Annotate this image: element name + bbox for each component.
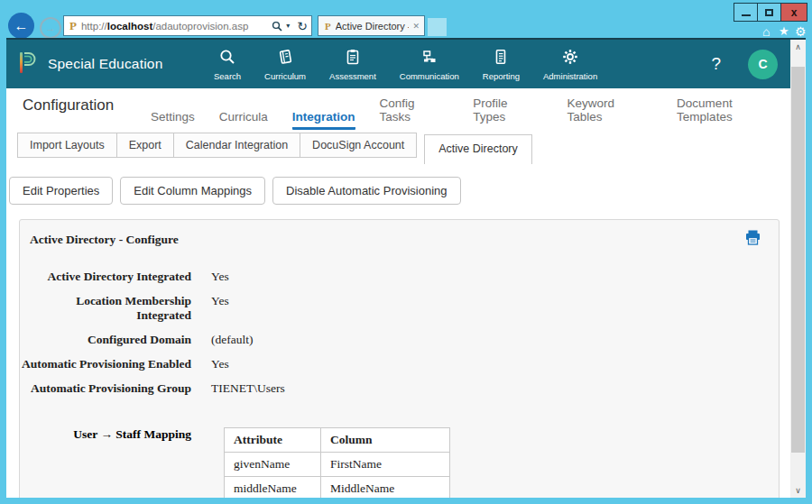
mapping-label: User → Staff Mapping [20,427,191,442]
user-avatar[interactable]: C [748,50,778,79]
home-icon[interactable]: ⌂ [762,24,770,39]
forward-button[interactable]: → [40,17,61,39]
tab-title: Active Directory - Configure [336,21,410,32]
field-value: TIENET\Users [211,381,285,396]
browser-tab[interactable]: P Active Directory - Configure ✕ [318,15,425,36]
user-staff-mapping-section: User → Staff Mapping Attribute Column gi… [20,427,779,498]
nav-item-reporting[interactable]: Reporting [483,48,520,81]
clipboard-icon [344,48,362,69]
app-title: Special Education [48,56,162,72]
field-value: Yes [211,270,229,284]
page-viewport: ∧ ∨ Special Education [6,38,806,498]
page-title: Configuration [23,96,114,115]
tab-settings[interactable]: Settings [151,110,195,130]
brand: Special Education [17,50,214,78]
search-icon [218,48,236,69]
help-button[interactable]: ? [711,54,721,74]
disable-automatic-provisioning-button[interactable]: Disable Automatic Provisioning [272,177,460,205]
tab-integration[interactable]: Integration [292,110,355,130]
field-row: Automatic Provisioning Group TIENET\User… [20,381,779,396]
subtab-docusign-account[interactable]: DocuSign Account [300,133,417,158]
field-value: Yes [211,357,229,371]
nav-label: Curriculum [264,71,306,81]
field-label: Automatic Provisioning Enabled [20,357,191,371]
app-header: Special Education Search Curriculum [6,40,790,88]
table-row: middleName MiddleName [225,477,450,499]
tab-favicon-icon: P [325,21,331,32]
browser-window: ← → P http://localhost/adautoprovision.a… [0,0,812,504]
address-dropdown-icon[interactable]: ▾ [286,22,290,30]
subtab-export[interactable]: Export [116,133,174,158]
minimize-button[interactable] [734,3,758,22]
field-value: Yes [211,294,229,323]
field-label: Automatic Provisioning Group [20,381,191,396]
favorites-star-icon[interactable]: ★ [779,24,789,38]
mapping-table: Attribute Column givenName FirstName mid… [224,427,450,498]
table-row: givenName FirstName [225,453,450,477]
search-icon[interactable] [272,21,282,32]
scrollbar-thumb[interactable] [791,67,805,453]
print-icon[interactable] [745,229,761,250]
nav-label: Assessment [329,71,376,81]
config-tabs: Settings Curricula Integration Config Ta… [151,96,790,130]
close-button[interactable]: x [780,3,807,22]
active-directory-panel: Active Directory - Configure Active Dire… [19,219,780,498]
tab-config-tasks[interactable]: Config Tasks [380,96,449,130]
tab-profile-types[interactable]: Profile Types [473,96,542,130]
url-text[interactable]: http://localhost/adautoprovision.asp [81,21,272,32]
cell-attribute: givenName [225,453,321,477]
action-buttons: Edit Properties Edit Column Mappings Dis… [9,177,793,205]
url-prefix: http:// [81,21,107,32]
subtab-calendar-integration[interactable]: Calendar Integration [173,133,300,158]
subtab-active-directory[interactable]: Active Directory [424,134,532,164]
panel-title: Active Directory - Configure [20,220,779,247]
nav-item-assessment[interactable]: Assessment [329,48,376,81]
org-chart-icon [420,48,438,69]
tab-curricula[interactable]: Curricula [219,110,268,130]
field-row: Location Membership Integrated Yes [20,294,779,323]
nav-item-curriculum[interactable]: Curriculum [264,48,306,81]
back-button[interactable]: ← [8,13,34,39]
nav-label: Communication [400,71,459,81]
gear-icon [561,48,579,69]
table-header-row: Attribute Column [225,428,450,453]
tab-document-templates[interactable]: Document Templates [677,96,790,130]
field-row: Active Directory Integrated Yes [20,270,779,284]
tab-keyword-tables[interactable]: Keyword Tables [567,96,653,130]
subtab-import-layouts[interactable]: Import Layouts [17,133,117,158]
vertical-scrollbar[interactable]: ∧ ∨ [790,40,806,498]
edit-column-mappings-button[interactable]: Edit Column Mappings [120,177,265,205]
nav-label: Administration [543,71,597,81]
tab-close-icon[interactable]: ✕ [412,22,420,31]
column-header-column: Column [321,428,450,453]
field-label: Location Membership Integrated [20,294,191,323]
new-tab-button[interactable] [428,18,447,36]
field-row: Configured Domain (default) [20,333,779,347]
main-nav: Search Curriculum Assessment [214,48,597,81]
nav-item-search[interactable]: Search [214,48,241,81]
document-icon [492,48,510,69]
field-label: Active Directory Integrated [20,270,191,284]
app-logo-icon [17,50,37,78]
settings-gear-icon[interactable]: ⚙ [795,24,807,39]
address-bar[interactable]: P http://localhost/adautoprovision.asp ▾… [63,15,312,36]
refresh-icon[interactable]: ↻ [297,19,308,33]
maximize-button[interactable] [757,3,781,22]
field-row: Automatic Provisioning Enabled Yes [20,357,779,371]
url-host: localhost [107,21,152,32]
scroll-down-icon[interactable]: ∨ [790,483,806,498]
nav-item-communication[interactable]: Communication [400,48,459,81]
cell-attribute: middleName [225,477,321,499]
scroll-up-icon[interactable]: ∧ [790,40,806,54]
properties-list: Active Directory Integrated Yes Location… [20,270,779,396]
url-path: /adautoprovision.asp [152,21,248,32]
cell-column: MiddleName [321,477,450,499]
browser-chrome: ← → P http://localhost/adautoprovision.a… [0,0,812,38]
field-label: Configured Domain [20,333,191,347]
nav-item-administration[interactable]: Administration [543,48,597,81]
site-favicon-icon: P [69,19,77,33]
book-icon [276,48,294,69]
cell-column: FirstName [321,453,450,477]
column-header-attribute: Attribute [225,428,321,453]
edit-properties-button[interactable]: Edit Properties [9,177,113,205]
